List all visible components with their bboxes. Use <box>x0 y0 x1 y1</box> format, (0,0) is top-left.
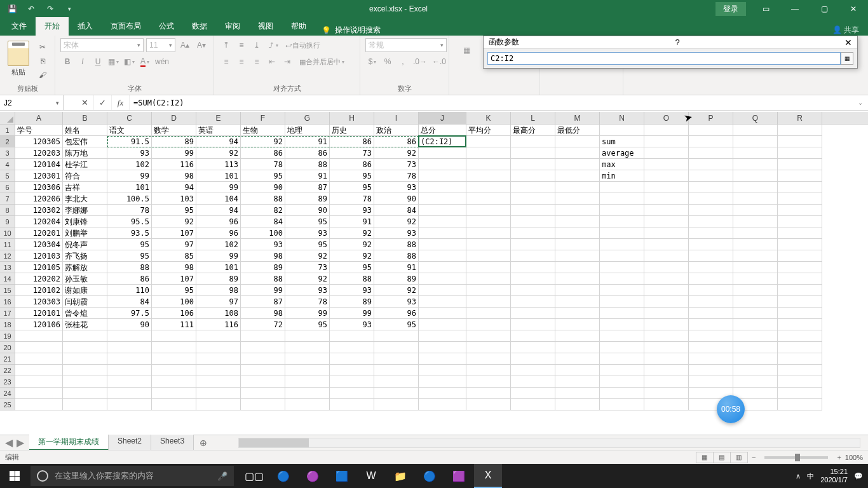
cell[interactable] <box>555 330 600 342</box>
cell[interactable] <box>644 330 689 342</box>
cell[interactable] <box>466 250 511 262</box>
cell[interactable]: 72 <box>241 319 285 330</box>
border-icon[interactable]: ▦ <box>106 55 121 69</box>
cell[interactable]: 102 <box>196 239 241 250</box>
cell[interactable] <box>511 262 555 273</box>
decrease-font-icon[interactable]: A▾ <box>194 38 208 52</box>
col-header-N[interactable]: N <box>600 112 644 124</box>
cell[interactable]: 78 <box>330 193 374 205</box>
cell[interactable]: 73 <box>374 159 419 170</box>
tab-视图[interactable]: 视图 <box>249 17 282 36</box>
align-top-icon[interactable]: ⤒ <box>219 38 233 52</box>
cell[interactable] <box>466 365 511 376</box>
cell[interactable] <box>600 227 644 239</box>
cell[interactable]: 93 <box>285 227 330 239</box>
cell[interactable]: 107 <box>152 227 196 239</box>
cell[interactable] <box>419 193 466 205</box>
cell[interactable] <box>600 388 644 399</box>
cell[interactable]: 97 <box>152 239 196 250</box>
tab-审阅[interactable]: 审阅 <box>216 17 249 36</box>
cell[interactable]: 99 <box>241 285 285 296</box>
align-middle-icon[interactable]: ≡ <box>234 38 248 52</box>
cell[interactable] <box>511 388 555 399</box>
cell[interactable] <box>778 170 822 182</box>
col-header-R[interactable]: R <box>778 112 822 124</box>
cell[interactable] <box>644 205 689 216</box>
cell[interactable] <box>511 319 555 330</box>
cell[interactable] <box>689 250 733 262</box>
cell[interactable] <box>241 399 285 410</box>
cell[interactable] <box>555 285 600 296</box>
cell[interactable] <box>419 239 466 250</box>
cell[interactable]: 英语 <box>196 125 241 136</box>
cell[interactable]: 92 <box>241 136 285 147</box>
cell[interactable]: 95 <box>330 182 374 193</box>
cell[interactable]: 98 <box>241 250 285 262</box>
cell[interactable] <box>778 285 822 296</box>
cell[interactable]: 88 <box>107 262 152 273</box>
cell[interactable]: 88 <box>330 273 374 285</box>
cell[interactable] <box>600 273 644 285</box>
cell[interactable]: 90 <box>374 193 419 205</box>
cell[interactable]: 最低分 <box>555 125 600 136</box>
cell[interactable] <box>689 365 733 376</box>
row-header[interactable]: 3 <box>0 147 15 159</box>
cell[interactable]: 86 <box>330 159 374 170</box>
cell[interactable] <box>241 376 285 388</box>
cell[interactable] <box>778 399 822 410</box>
cell[interactable] <box>644 353 689 365</box>
cell[interactable]: 姓名 <box>63 125 107 136</box>
cell[interactable] <box>419 353 466 365</box>
col-header-O[interactable]: O <box>644 112 689 124</box>
confirm-formula-icon[interactable]: ✓ <box>94 95 112 110</box>
cell[interactable] <box>778 239 822 250</box>
cell[interactable]: sum <box>600 136 644 147</box>
cell[interactable] <box>374 365 419 376</box>
cell[interactable] <box>63 330 107 342</box>
cell[interactable] <box>644 365 689 376</box>
cell[interactable] <box>241 342 285 353</box>
cell[interactable]: 90 <box>241 182 285 193</box>
cell[interactable] <box>555 308 600 319</box>
cell[interactable]: 92 <box>374 285 419 296</box>
cell[interactable] <box>374 388 419 399</box>
cell[interactable]: 107 <box>152 273 196 285</box>
cell[interactable] <box>196 365 241 376</box>
cell[interactable] <box>600 353 644 365</box>
cell[interactable] <box>466 136 511 147</box>
paste-icon[interactable] <box>8 41 29 66</box>
cell[interactable]: 94 <box>196 136 241 147</box>
cell[interactable] <box>511 296 555 308</box>
cell[interactable] <box>285 330 330 342</box>
cell[interactable]: 95 <box>241 170 285 182</box>
cell[interactable] <box>511 353 555 365</box>
cell[interactable]: 100 <box>241 227 285 239</box>
cell[interactable] <box>419 250 466 262</box>
cell[interactable] <box>600 365 644 376</box>
col-header-G[interactable]: G <box>285 112 330 124</box>
cell[interactable] <box>374 330 419 342</box>
cell[interactable] <box>15 388 63 399</box>
formula-input[interactable]: =SUM(C2:I2) <box>130 95 853 110</box>
cell[interactable]: 96 <box>196 227 241 239</box>
cell[interactable]: 92 <box>330 239 374 250</box>
cell[interactable]: 88 <box>374 250 419 262</box>
cell[interactable]: 历史 <box>330 125 374 136</box>
bold-icon[interactable]: B <box>60 55 74 69</box>
cell[interactable] <box>419 399 466 410</box>
cell[interactable]: 90 <box>107 319 152 330</box>
cell[interactable] <box>285 365 330 376</box>
cell[interactable] <box>778 147 822 159</box>
cell[interactable] <box>63 353 107 365</box>
cell[interactable] <box>241 353 285 365</box>
cell[interactable] <box>555 182 600 193</box>
cell[interactable] <box>644 342 689 353</box>
cell[interactable] <box>689 170 733 182</box>
cell[interactable]: 生物 <box>241 125 285 136</box>
cell[interactable]: 93 <box>107 147 152 159</box>
cell[interactable] <box>689 136 733 147</box>
cell[interactable] <box>152 388 196 399</box>
cell[interactable]: min <box>600 170 644 182</box>
range-expand-icon[interactable]: ▦ <box>841 52 853 65</box>
cell[interactable] <box>733 182 778 193</box>
